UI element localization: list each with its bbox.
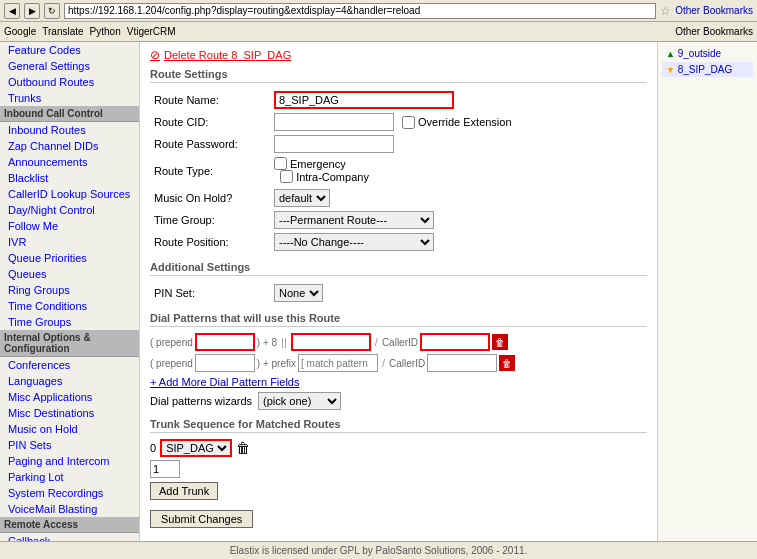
sidebar-item-announcements[interactable]: Announcements — [0, 154, 139, 170]
sidebar-item-day-night-control[interactable]: Day/Night Control — [0, 202, 139, 218]
dial-wizard-row: Dial patterns wizards (pick one) US/Cana… — [150, 392, 647, 410]
right-sidebar-item-0[interactable]: ▲ 9_outside — [662, 46, 753, 61]
sidebar-item-voicemail-blasting[interactable]: VoiceMail Blasting — [0, 501, 139, 517]
pin-set-select[interactable]: None — [274, 284, 323, 302]
route-password-input[interactable] — [274, 135, 394, 153]
main-content: ⊘ Delete Route 8_SIP_DAG Route Settings … — [140, 42, 657, 541]
intra-company-label: Intra-Company — [280, 170, 369, 183]
route-cid-input[interactable] — [274, 113, 394, 131]
route-name-label: Route Name: — [150, 89, 270, 111]
sidebar-item-callerid-lookup[interactable]: CallerID Lookup Sources — [0, 186, 139, 202]
match-input-1[interactable] — [291, 333, 371, 351]
trunk-index-label: 0 — [150, 442, 156, 454]
forward-button[interactable]: ▶ — [24, 3, 40, 19]
right-sidebar-item-1[interactable]: ▼ 8_SIP_DAG — [662, 62, 753, 77]
callerid-input-2[interactable] — [427, 354, 497, 372]
sidebar-item-inbound-routes[interactable]: Inbound Routes — [0, 122, 139, 138]
intra-company-checkbox[interactable] — [280, 170, 293, 183]
sidebar-item-blacklist[interactable]: Blacklist — [0, 170, 139, 186]
sidebar-item-callback[interactable]: Callback — [0, 533, 139, 541]
delete-route-label: Delete Route 8_SIP_DAG — [164, 49, 291, 61]
route-settings-title: Route Settings — [150, 68, 647, 83]
prepend-input-1[interactable] — [195, 333, 255, 351]
right-sidebar: ▲ 9_outside ▼ 8_SIP_DAG — [657, 42, 757, 541]
dial-wizard-label: Dial patterns wizards — [150, 395, 252, 407]
override-extension-checkbox[interactable] — [402, 116, 415, 129]
sidebar-item-ivr[interactable]: IVR — [0, 234, 139, 250]
sidebar-item-time-groups[interactable]: Time Groups — [0, 314, 139, 330]
sidebar-item-misc-applications[interactable]: Misc Applications — [0, 389, 139, 405]
sidebar-item-outbound-routes[interactable]: Outbound Routes — [0, 74, 139, 90]
sidebar-item-queue-priorities[interactable]: Queue Priorities — [0, 250, 139, 266]
browser-bar: ◀ ▶ ↻ ☆ Other Bookmarks — [0, 0, 757, 22]
sidebar-item-follow-me[interactable]: Follow Me — [0, 218, 139, 234]
add-trunk-container: Add Trunk — [150, 482, 647, 500]
delete-route-link[interactable]: ⊘ Delete Route 8_SIP_DAG — [150, 48, 647, 62]
delete-pattern-btn-2[interactable]: 🗑 — [499, 355, 515, 371]
internal-options-header: Internal Options & Configuration — [0, 330, 139, 357]
sidebar-item-time-conditions[interactable]: Time Conditions — [0, 298, 139, 314]
inbound-call-control-header: Inbound Call Control — [0, 106, 139, 122]
dial-wizard-select[interactable]: (pick one) US/Canada International Local — [258, 392, 341, 410]
position-input[interactable] — [150, 460, 180, 478]
trunk-select[interactable]: SIP_DAG — [160, 439, 232, 457]
emergency-checkbox[interactable] — [274, 157, 287, 170]
slash-1: / — [375, 336, 378, 348]
app-container: Feature Codes General Settings Outbound … — [0, 42, 757, 541]
add-more-fields-container: + Add More Dial Pattern Fields — [150, 376, 647, 388]
sidebar-item-feature-codes[interactable]: Feature Codes — [0, 42, 139, 58]
prepend-input-2[interactable] — [195, 354, 255, 372]
prepend-label-1: ( prepend — [150, 337, 193, 348]
match-input-2[interactable] — [298, 354, 378, 372]
refresh-button[interactable]: ↻ — [44, 3, 60, 19]
bookmark-star-icon[interactable]: ☆ — [660, 4, 671, 18]
other-bookmarks-label: Other Bookmarks — [675, 5, 753, 16]
bookmark-vtiger[interactable]: VtigerCRM — [127, 26, 176, 37]
music-on-hold-label: Music On Hold? — [150, 187, 270, 209]
music-on-hold-select[interactable]: default — [274, 189, 330, 207]
pin-set-label: PIN Set: — [150, 282, 270, 304]
sidebar-item-music-on-hold[interactable]: Music on Hold — [0, 421, 139, 437]
status-bar: Elastix is licensed under GPL by PaloSan… — [0, 541, 757, 559]
submit-changes-button[interactable]: Submit Changes — [150, 510, 253, 528]
sidebar-item-misc-destinations[interactable]: Misc Destinations — [0, 405, 139, 421]
bookmark-google[interactable]: Google — [4, 26, 36, 37]
delete-pattern-btn-1[interactable]: 🗑 — [492, 334, 508, 350]
override-extension-label: Override Extension — [402, 116, 512, 129]
add-more-dial-patterns-link[interactable]: + Add More Dial Pattern Fields — [150, 376, 300, 388]
trunk-delete-icon[interactable]: 🗑 — [236, 440, 250, 456]
prepend-label-2: ( prepend — [150, 358, 193, 369]
sidebar-item-system-recordings[interactable]: System Recordings — [0, 485, 139, 501]
submit-container: Submit Changes — [150, 506, 647, 528]
sidebar-item-trunks[interactable]: Trunks — [0, 90, 139, 106]
sep-1: || — [281, 336, 287, 348]
sidebar-item-conferences[interactable]: Conferences — [0, 357, 139, 373]
back-button[interactable]: ◀ — [4, 3, 20, 19]
route-name-input[interactable] — [274, 91, 454, 109]
other-bookmarks[interactable]: Other Bookmarks — [675, 26, 753, 37]
dial-pattern-row-1: ( prepend ) + 8 || / CallerID 🗑 — [150, 333, 647, 351]
sidebar-item-zap-channel-dids[interactable]: Zap Channel DIDs — [0, 138, 139, 154]
route-password-label: Route Password: — [150, 133, 270, 155]
plus-label-2: ) + prefix — [257, 358, 296, 369]
time-group-select[interactable]: ---Permanent Route--- — [274, 211, 434, 229]
add-trunk-button[interactable]: Add Trunk — [150, 482, 218, 500]
delete-icon: ⊘ — [150, 48, 160, 62]
sidebar-item-pin-sets[interactable]: PIN Sets — [0, 437, 139, 453]
route-settings-table: Route Name: Route CID: Override Extensio… — [150, 89, 647, 253]
right-sidebar-label-1: 8_SIP_DAG — [678, 64, 732, 75]
route-position-select[interactable]: ----No Change---- — [274, 233, 434, 251]
dial-pattern-row-2: ( prepend ) + prefix / CallerID 🗑 — [150, 354, 647, 372]
sidebar-item-paging-intercom[interactable]: Paging and Intercom — [0, 453, 139, 469]
callerid-input-1[interactable] — [420, 333, 490, 351]
sidebar-item-ring-groups[interactable]: Ring Groups — [0, 282, 139, 298]
sidebar-item-languages[interactable]: Languages — [0, 373, 139, 389]
bookmark-python[interactable]: Python — [90, 26, 121, 37]
bookmark-translate[interactable]: Translate — [42, 26, 83, 37]
additional-settings-title: Additional Settings — [150, 261, 647, 276]
dial-patterns-title: Dial Patterns that will use this Route — [150, 312, 647, 327]
url-bar[interactable] — [64, 3, 656, 19]
sidebar-item-parking-lot[interactable]: Parking Lot — [0, 469, 139, 485]
sidebar-item-general-settings[interactable]: General Settings — [0, 58, 139, 74]
sidebar-item-queues[interactable]: Queues — [0, 266, 139, 282]
